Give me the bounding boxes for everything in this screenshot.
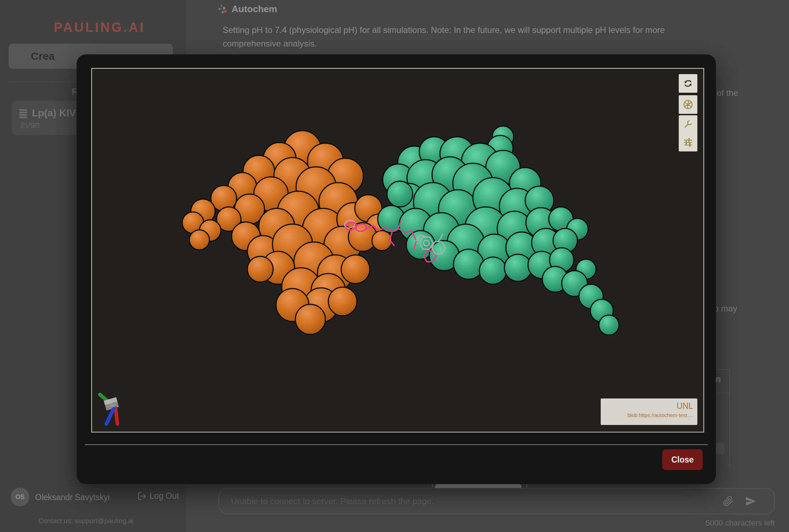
- axes-widget: [100, 395, 119, 424]
- settings-sliders-icon: [683, 137, 693, 148]
- ligand-info-panel: UNL blob:https://autochem-test....: [601, 398, 697, 425]
- app-root: PAULING.AI Crea Re Lp(a) KIV7 8V9B OS Ol…: [0, 0, 789, 532]
- screenshot-icon: [682, 99, 694, 110]
- send-icon: [745, 495, 757, 507]
- protein-surface-right: [378, 126, 619, 335]
- background-table-border: [729, 369, 730, 465]
- molstar-canvas[interactable]: UNL blob:https://autochem-test....: [91, 68, 704, 432]
- paperclip-icon: [723, 496, 734, 507]
- avatar: OS: [11, 488, 29, 506]
- background-text-fragment: of the: [717, 88, 738, 98]
- background-text-fragment: o may: [714, 304, 737, 314]
- reset-view-icon: [683, 78, 693, 89]
- sequence-list-icon: [19, 109, 27, 119]
- send-message-button[interactable]: [744, 495, 757, 508]
- project-pdb-code: 8V9B: [20, 121, 40, 130]
- pauling-ai-logo: PAULING.AI: [54, 20, 145, 35]
- logout-label: Log Out: [150, 491, 179, 501]
- character-counter: 5000 characters left: [631, 518, 775, 528]
- protein-surface-left: [182, 131, 392, 334]
- logout-icon: [137, 492, 147, 501]
- structure-viewer-modal: UNL blob:https://autochem-test.... Close: [77, 54, 716, 484]
- viewer-tools-button[interactable]: [679, 115, 697, 151]
- chat-input-placeholder: Unable to connect to server. Please refr…: [231, 496, 434, 506]
- chat-message-line1: Setting pH to 7.4 (physiological pH) for…: [223, 25, 665, 35]
- modal-footer-divider: [85, 444, 708, 445]
- ligand-source-link[interactable]: blob:https://autochem-test....: [601, 412, 693, 418]
- create-button-label: Crea: [31, 50, 55, 62]
- attach-file-button[interactable]: [722, 495, 734, 508]
- ligand-label: UNL: [601, 401, 693, 411]
- background-tick: [526, 484, 527, 487]
- chat-header: Autochem: [217, 3, 277, 15]
- close-button[interactable]: Close: [662, 449, 703, 470]
- background-tick: [432, 484, 433, 487]
- contact-text: Contact us: support@pauling.ai: [0, 517, 172, 525]
- project-name: Lp(a) KIV7: [32, 107, 81, 119]
- screenshot-button[interactable]: [679, 95, 697, 114]
- agent-name: Autochem: [232, 4, 277, 15]
- reset-view-button[interactable]: [679, 74, 697, 93]
- wrench-icon: [683, 119, 693, 130]
- logout-button[interactable]: Log Out: [137, 491, 179, 501]
- protein-complex-scene: [92, 69, 703, 432]
- chat-message-line2: comprehensive analysis.: [223, 39, 317, 49]
- autochem-molecule-icon: [217, 3, 228, 15]
- user-name: Oleksandr Savytskyi: [35, 493, 110, 502]
- chat-input[interactable]: Unable to connect to server. Please refr…: [218, 488, 775, 514]
